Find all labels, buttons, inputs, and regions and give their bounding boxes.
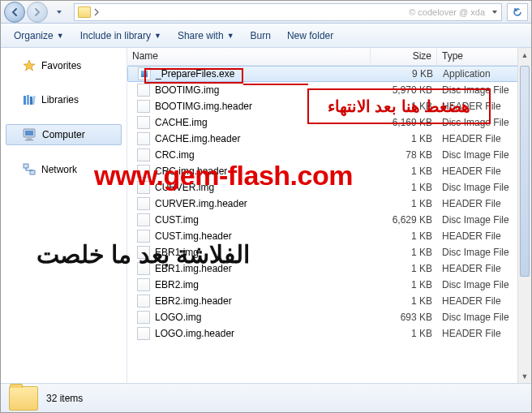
- svg-rect-5: [25, 131, 33, 136]
- scroll-up-button[interactable]: ▲: [518, 48, 531, 62]
- col-name[interactable]: Name: [127, 48, 371, 65]
- watermark-text: © codelover @ xda: [409, 7, 485, 17]
- file-icon: [137, 278, 150, 291]
- file-name-text: CUST.img: [155, 214, 199, 226]
- file-name-cell: LOGO.img.header: [127, 327, 371, 340]
- address-bar-row: © codelover @ xda: [1, 1, 531, 24]
- annotation-red-box: هضغط هنا بعد الانتهاء: [307, 88, 491, 124]
- back-button[interactable]: [4, 2, 25, 23]
- file-size-cell: 78 KB: [371, 149, 437, 161]
- file-size-cell: 6,629 KB: [371, 214, 437, 226]
- breadcrumb[interactable]: © codelover @ xda: [74, 3, 502, 21]
- file-row[interactable]: CURVER.img.header1 KBHEADER File: [127, 196, 531, 212]
- file-row[interactable]: EBR2.img1 KBDisc Image File: [127, 277, 531, 293]
- file-icon: [137, 100, 150, 113]
- svg-rect-6: [27, 138, 32, 140]
- chevron-down-icon: ▼: [154, 32, 161, 40]
- file-type-cell: Application: [438, 68, 530, 80]
- history-dropdown-button[interactable]: [49, 3, 69, 21]
- annotation-black-arabic-text: الفلاشة بعد ما خلصت: [36, 240, 250, 269]
- file-size-cell: 1 KB: [371, 198, 437, 209]
- share-label: Share with: [178, 30, 224, 41]
- file-size-cell: 1 KB: [371, 133, 437, 144]
- vertical-scrollbar[interactable]: ▲ ▼: [517, 48, 531, 383]
- file-size-cell: 1 KB: [371, 279, 437, 290]
- file-row[interactable]: CACHE.img.header1 KBHEADER File: [127, 131, 531, 147]
- star-icon: [22, 59, 36, 72]
- organize-button[interactable]: Organize▼: [7, 27, 71, 45]
- refresh-button[interactable]: [507, 3, 528, 21]
- annotation-url-text: www.gem-flash.com: [94, 160, 353, 191]
- col-size[interactable]: Size: [371, 48, 437, 65]
- nav-pane: Favorites Libraries Computer Network: [1, 48, 127, 383]
- network-icon: [22, 163, 36, 176]
- annotation-red-arabic-text: هضغط هنا بعد الانتهاء: [328, 97, 471, 116]
- svg-rect-3: [32, 96, 36, 105]
- include-in-library-button[interactable]: Include in library▼: [74, 27, 168, 45]
- chevron-down-icon[interactable]: [491, 9, 498, 15]
- file-size-cell: 1 KB: [371, 182, 437, 193]
- file-row[interactable]: EBR2.img.header1 KBHEADER File: [127, 293, 531, 309]
- file-name-cell: CACHE.img.header: [127, 132, 371, 145]
- file-icon: [137, 84, 150, 97]
- burn-label: Burn: [251, 30, 271, 41]
- file-icon: [137, 213, 150, 226]
- file-name-text: BOOTIMG.img: [155, 84, 219, 96]
- file-icon: [137, 132, 150, 145]
- file-row[interactable]: LOGO.img.header1 KBHEADER File: [127, 325, 531, 342]
- file-name-cell: EBR2.img.header: [127, 295, 371, 308]
- computer-label: Computer: [42, 129, 85, 140]
- file-name-text: LOGO.img: [155, 312, 201, 323]
- libraries-label: Libraries: [41, 94, 79, 105]
- svg-rect-8: [24, 164, 28, 168]
- sidebar-item-libraries[interactable]: Libraries: [6, 90, 122, 110]
- newfolder-label: New folder: [287, 30, 333, 41]
- svg-rect-1: [27, 95, 29, 105]
- folder-icon: [9, 386, 38, 411]
- svg-rect-2: [30, 97, 32, 105]
- file-name-text: EBR2.img: [155, 279, 199, 290]
- libraries-icon: [22, 93, 36, 106]
- network-label: Network: [41, 164, 77, 175]
- forward-button[interactable]: [27, 2, 48, 23]
- file-row[interactable]: CUST.img6,629 KBDisc Image File: [127, 212, 531, 228]
- svg-rect-0: [24, 96, 26, 105]
- file-name-text: CRC.img: [155, 149, 195, 161]
- file-size-cell: 1 KB: [371, 295, 437, 307]
- scroll-thumb[interactable]: [520, 66, 530, 277]
- scroll-down-button[interactable]: ▼: [518, 369, 531, 383]
- file-name-text: LOGO.img.header: [155, 328, 234, 339]
- sidebar-item-favorites[interactable]: Favorites: [6, 56, 122, 75]
- organize-label: Organize: [14, 30, 54, 41]
- file-name-text: CURVER.img.header: [155, 198, 247, 209]
- file-name-text: CACHE.img.header: [155, 133, 240, 144]
- share-with-button[interactable]: Share with▼: [171, 27, 241, 45]
- file-icon: [137, 327, 150, 340]
- annotation-highlight-preparefiles: [144, 68, 243, 84]
- file-name-text: EBR2.img.header: [155, 295, 232, 307]
- chevron-down-icon: ▼: [227, 32, 234, 40]
- file-size-cell: 693 KB: [371, 312, 437, 323]
- file-size-cell: 1 KB: [371, 328, 437, 339]
- file-name-text: CACHE.img: [155, 117, 208, 128]
- new-folder-button[interactable]: New folder: [281, 27, 340, 45]
- include-label: Include in library: [80, 30, 151, 41]
- folder-icon: [78, 6, 91, 18]
- details-pane: 32 items: [1, 383, 531, 412]
- file-name-cell: CURVER.img.header: [127, 197, 371, 210]
- sidebar-item-computer[interactable]: Computer: [6, 124, 122, 145]
- item-count-label: 32 items: [46, 393, 83, 404]
- burn-button[interactable]: Burn: [244, 27, 277, 45]
- file-size-cell: 1 KB: [371, 263, 437, 274]
- file-name-text: BOOTIMG.img.header: [155, 101, 252, 112]
- chevron-down-icon: ▼: [57, 32, 64, 40]
- file-size-cell: 9 KB: [371, 68, 438, 80]
- svg-rect-7: [25, 140, 33, 140]
- svg-rect-9: [30, 170, 35, 174]
- file-size-cell: 1 KB: [371, 166, 437, 177]
- favorites-label: Favorites: [41, 60, 81, 71]
- file-size-cell: 1 KB: [371, 230, 437, 242]
- file-row[interactable]: LOGO.img693 KBDisc Image File: [127, 309, 531, 325]
- file-size-cell: 1 KB: [371, 247, 437, 258]
- file-name-cell: EBR2.img: [127, 278, 371, 291]
